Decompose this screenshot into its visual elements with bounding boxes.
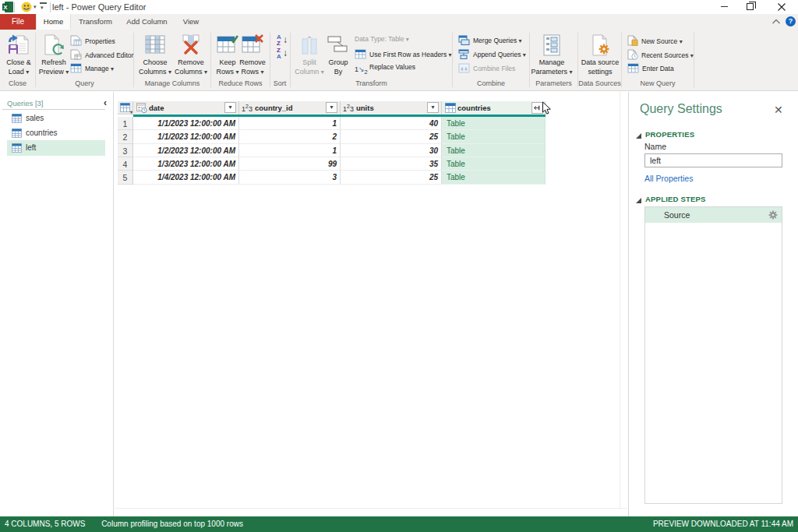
svg-text:X: X: [3, 4, 8, 11]
